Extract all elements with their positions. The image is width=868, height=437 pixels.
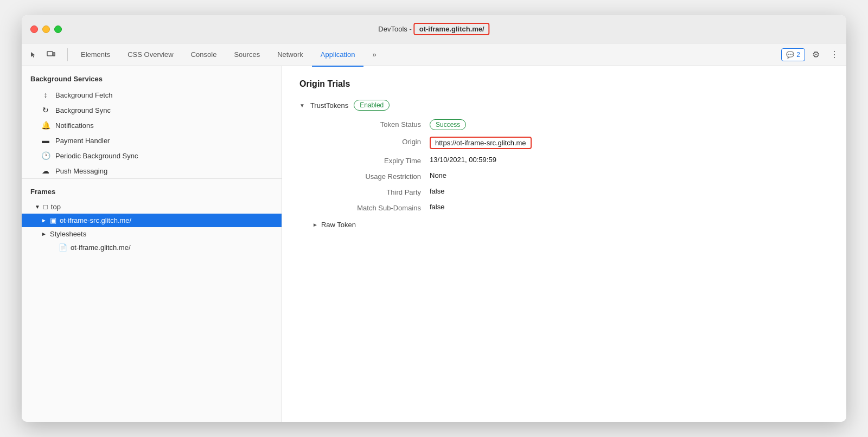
tab-sources[interactable]: Sources — [225, 44, 269, 67]
device-icon[interactable] — [43, 47, 59, 62]
tab-more[interactable]: » — [363, 44, 385, 67]
tab-application[interactable]: Application — [312, 44, 364, 67]
frame-ot-iframe-src[interactable]: ► ▣ ot-iframe-src.glitch.me/ — [22, 214, 282, 227]
sidebar-item-background-fetch[interactable]: ↕ Background Fetch — [22, 87, 282, 102]
match-sub-domains-label: Match Sub-Domains — [312, 203, 421, 212]
sync-icon: ↻ — [41, 106, 50, 114]
origin-label: Origin — [312, 137, 421, 149]
minimize-button[interactable] — [42, 25, 50, 33]
sidebar: Background Services ↕ Background Fetch ↻… — [22, 66, 282, 422]
frame-stylesheets[interactable]: ► Stylesheets — [22, 227, 282, 241]
arrow-right-icon: ► — [41, 231, 47, 237]
sidebar-item-push-messaging[interactable]: ☁ Push Messaging — [22, 163, 282, 178]
match-sub-domains-value: false — [430, 203, 829, 212]
third-party-label: Third Party — [312, 187, 421, 196]
enabled-badge: Enabled — [354, 100, 390, 111]
title-url: ot-iframe.glitch.me/ — [414, 23, 490, 35]
iframe-icon: ▣ — [50, 216, 56, 224]
frame-ot-iframe[interactable]: 📄 ot-iframe.glitch.me/ — [22, 241, 282, 254]
main-area: Background Services ↕ Background Fetch ↻… — [22, 66, 846, 422]
origin-value: https://ot-iframe-src.glitch.me — [430, 137, 829, 149]
chat-icon: 💬 — [786, 51, 794, 59]
more-options-button[interactable]: ⋮ — [827, 47, 842, 62]
svg-rect-0 — [47, 52, 53, 56]
svg-rect-1 — [53, 53, 55, 56]
arrow-down-icon: ▼ — [35, 204, 40, 210]
frame-icon: □ — [43, 203, 48, 211]
close-button[interactable] — [30, 25, 38, 33]
tab-console[interactable]: Console — [182, 44, 226, 67]
origin-url-box: https://ot-iframe-src.glitch.me — [430, 137, 532, 149]
usage-restriction-value: None — [430, 171, 829, 181]
raw-token-arrow-icon: ► — [312, 222, 318, 228]
frame-top[interactable]: ▼ □ top — [22, 200, 282, 214]
title-prefix: DevTools - — [378, 25, 411, 33]
payment-icon: ▬ — [41, 136, 50, 145]
bell-icon: 🔔 — [41, 121, 50, 130]
trust-tokens-section: ▼ TrustTokens Enabled Token Status Succe… — [299, 100, 829, 229]
sidebar-item-periodic-background-sync[interactable]: 🕐 Periodic Background Sync — [22, 148, 282, 163]
tab-css-overview[interactable]: CSS Overview — [119, 44, 182, 67]
detail-grid: Token Status Success Origin https://ot-i… — [299, 119, 829, 212]
clock-icon: 🕐 — [41, 151, 50, 160]
fullscreen-button[interactable] — [54, 25, 62, 33]
page-title: Origin Trials — [299, 79, 829, 89]
badge-count: 2 — [796, 51, 800, 59]
toolbar-tabs: Elements CSS Overview Console Sources Ne… — [72, 43, 385, 66]
toolbar-right: 💬 2 ⚙ ⋮ — [781, 47, 842, 62]
trust-tokens-header: ▼ TrustTokens Enabled — [299, 100, 829, 111]
trust-tokens-name: TrustTokens — [310, 101, 348, 110]
expiry-time-value: 13/10/2021, 00:59:59 — [430, 156, 829, 165]
background-services-title: Background Services — [22, 66, 282, 87]
settings-button[interactable]: ⚙ — [808, 47, 824, 62]
arrow-right-icon: ► — [41, 217, 47, 223]
token-status-label: Token Status — [312, 119, 421, 130]
frames-section: Frames ▼ □ top ► ▣ ot-iframe-src.glitch.… — [22, 178, 282, 254]
fetch-icon: ↕ — [41, 91, 50, 99]
raw-token-row[interactable]: ► Raw Token — [299, 221, 829, 229]
toolbar-icons — [26, 47, 59, 62]
separator — [67, 48, 68, 61]
frames-title: Frames — [22, 183, 282, 200]
traffic-lights — [30, 25, 62, 33]
tab-network[interactable]: Network — [269, 44, 312, 67]
title-bar: DevTools - ot-iframe.glitch.me/ — [22, 15, 846, 43]
cloud-icon: ☁ — [41, 166, 50, 175]
third-party-value: false — [430, 187, 829, 196]
toolbar: Elements CSS Overview Console Sources Ne… — [22, 43, 846, 66]
sidebar-item-payment-handler[interactable]: ▬ Payment Handler — [22, 133, 282, 148]
tab-elements[interactable]: Elements — [72, 44, 119, 67]
expand-arrow-icon: ▼ — [299, 102, 305, 108]
chat-badge-button[interactable]: 💬 2 — [781, 48, 805, 61]
expiry-time-label: Expiry Time — [312, 156, 421, 165]
content-area: Origin Trials ▼ TrustTokens Enabled Toke… — [282, 66, 846, 422]
raw-token-label: Raw Token — [321, 221, 356, 229]
cursor-icon[interactable] — [26, 47, 41, 62]
sidebar-item-notifications[interactable]: 🔔 Notifications — [22, 118, 282, 133]
file-icon: 📄 — [59, 243, 67, 252]
token-status-value: Success — [430, 119, 829, 130]
devtools-window: DevTools - ot-iframe.glitch.me/ Elements — [22, 15, 846, 422]
sidebar-item-background-sync[interactable]: ↻ Background Sync — [22, 102, 282, 118]
usage-restriction-label: Usage Restriction — [312, 171, 421, 181]
success-badge: Success — [430, 119, 466, 130]
window-title: DevTools - ot-iframe.glitch.me/ — [378, 23, 489, 35]
